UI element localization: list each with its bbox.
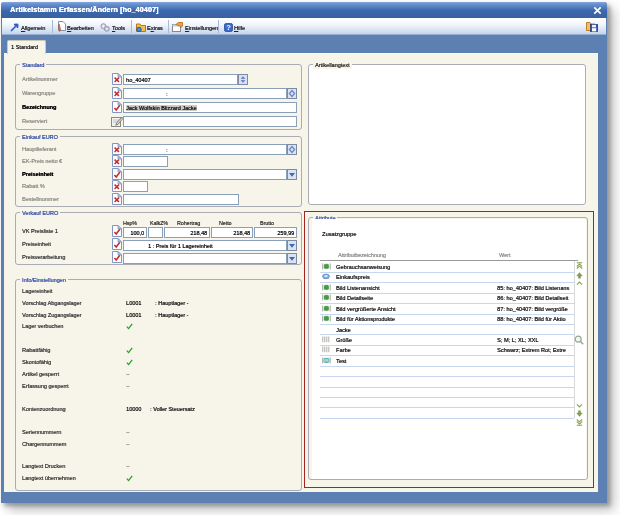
svg-text:?: ?: [226, 23, 231, 32]
